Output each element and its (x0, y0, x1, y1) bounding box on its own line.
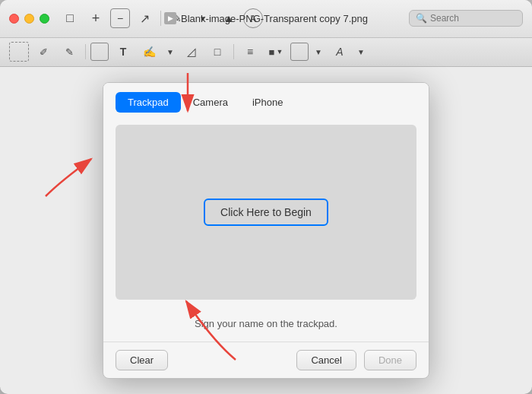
toolbar2-divider-2 (233, 44, 234, 59)
traffic-lights (9, 14, 49, 24)
zoom-out-button[interactable]: − (110, 8, 130, 28)
main-window: □ + − ↗ ✎ ▼ ▲ A ▶ Blank-image-PNG-Transp… (0, 0, 532, 394)
shape-tool-button[interactable] (90, 43, 109, 61)
search-input[interactable] (430, 13, 516, 24)
fill-tool-button[interactable]: ◿ (180, 40, 203, 63)
text-tool-button[interactable]: T (112, 40, 135, 63)
clear-button[interactable]: Clear (116, 350, 168, 370)
zoom-fit-button[interactable]: ↗ (133, 7, 156, 30)
search-icon: 🔍 (416, 13, 427, 24)
dialog-instructions: Sign your name on the trackpad. (103, 312, 429, 342)
lasso-tool-button[interactable]: ✐ (32, 40, 55, 63)
align-tool-button[interactable]: ≡ (239, 40, 261, 63)
file-icon: ▶ (164, 12, 176, 24)
toolbar2: ✐ ✎ T ✍ ▼ ◿ □ ≡ ■▼ ▼ A ▼ (0, 38, 532, 67)
signature-dropdown[interactable]: ▼ (163, 40, 177, 63)
titlebar-center: ▶ Blank-image-PNG-Transparent copy 7.png (164, 12, 368, 24)
dialog-tabs: Trackpad Camera iPhone (103, 83, 429, 113)
cancel-button[interactable]: Cancel (296, 350, 356, 370)
signature-dialog: Trackpad Camera iPhone Click Here to Beg… (103, 82, 429, 379)
signature-area[interactable]: Click Here to Begin (116, 125, 416, 300)
minimize-button[interactable] (24, 14, 34, 24)
window-title: Blank-image-PNG-Transparent copy 7.png (181, 13, 368, 24)
maximize-button[interactable] (40, 14, 49, 24)
toolbar-divider-1 (160, 11, 161, 26)
close-button[interactable] (9, 14, 19, 24)
font-dropdown[interactable]: ▼ (354, 40, 368, 63)
signature-tool-button[interactable]: ✍ (138, 40, 160, 63)
draw-tool-button[interactable]: ✎ (58, 40, 81, 63)
border-tool-button[interactable] (290, 43, 309, 61)
crop-tool-button[interactable]: □ (206, 40, 229, 63)
titlebar: □ + − ↗ ✎ ▼ ▲ A ▶ Blank-image-PNG-Transp… (0, 0, 532, 38)
search-box[interactable]: 🔍 (409, 10, 523, 27)
stroke-dropdown[interactable]: ■▼ (264, 40, 287, 63)
sidebar-toggle-button[interactable]: □ (59, 7, 81, 30)
select-tool-button[interactable] (9, 42, 29, 62)
tab-camera[interactable]: Camera (181, 92, 240, 113)
dialog-footer: Clear Cancel Done (103, 342, 429, 378)
main-content: Trackpad Camera iPhone Click Here to Beg… (0, 67, 532, 394)
tab-iphone[interactable]: iPhone (240, 92, 295, 113)
border-dropdown[interactable]: ▼ (312, 40, 325, 63)
click-here-button[interactable]: Click Here to Begin (204, 199, 328, 226)
zoom-in-button[interactable]: + (84, 7, 107, 30)
toolbar-right: 🔍 (409, 10, 523, 27)
done-button[interactable]: Done (364, 350, 416, 370)
toolbar2-divider-1 (85, 44, 86, 59)
font-tool-button[interactable]: A (328, 40, 351, 63)
dialog-footer-right: Cancel Done (296, 350, 416, 370)
tab-trackpad[interactable]: Trackpad (116, 92, 181, 113)
